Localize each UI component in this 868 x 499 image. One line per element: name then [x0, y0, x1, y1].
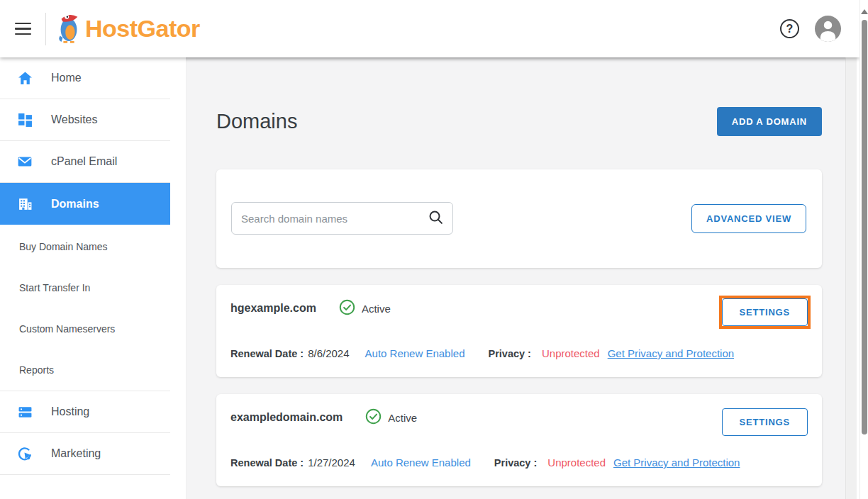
- status-badge: Active: [388, 412, 417, 424]
- sidebar-item-label: Home: [51, 72, 82, 84]
- sidebar-item-home[interactable]: Home: [0, 57, 170, 99]
- gator-mascot-icon: [55, 11, 82, 47]
- sidebar-item-start-transfer-in[interactable]: Start Transfer In: [0, 267, 170, 308]
- settings-button[interactable]: SETTINGS: [722, 298, 808, 326]
- search-box[interactable]: [231, 202, 453, 235]
- sidebar-subgroup-domains: Buy Domain Names Start Transfer In Custo…: [0, 225, 170, 391]
- scrollbar-up-arrow-icon[interactable]: [861, 9, 868, 14]
- privacy-label: Privacy :: [494, 457, 537, 469]
- status-badge: Active: [362, 303, 391, 315]
- get-privacy-link[interactable]: Get Privacy and Protection: [613, 456, 740, 469]
- avatar[interactable]: [815, 16, 841, 42]
- search-icon[interactable]: [428, 210, 443, 228]
- main-area: Domains ADD A DOMAIN ADVANCED VIEW: [170, 57, 859, 499]
- check-circle-icon: [339, 299, 355, 318]
- search-input[interactable]: [241, 213, 428, 225]
- renewal-date-label: Renewal Date :: [230, 348, 304, 359]
- sidebar-item-label: Websites: [51, 113, 98, 126]
- get-privacy-link[interactable]: Get Privacy and Protection: [608, 347, 734, 359]
- sidebar-subitem-label: Start Transfer In: [19, 282, 90, 293]
- settings-button[interactable]: SETTINGS: [722, 408, 808, 436]
- sidebar-item-label: cPanel Email: [51, 155, 117, 168]
- domain-card: hgexample.com Active SETTINGS: [216, 285, 822, 377]
- scrollbar-thumb[interactable]: [862, 20, 867, 434]
- sidebar: Home Websites cPanel Email: [0, 57, 170, 499]
- hamburger-menu-icon[interactable]: [6, 12, 40, 46]
- sidebar-item-marketing[interactable]: Marketing: [0, 433, 170, 475]
- privacy-label: Privacy :: [488, 348, 530, 359]
- sidebar-subitem-label: Custom Nameservers: [19, 323, 115, 335]
- building-icon: [17, 196, 33, 212]
- search-card: ADVANCED VIEW: [216, 169, 822, 268]
- topbar-divider: [45, 13, 46, 45]
- server-icon: [17, 404, 33, 420]
- sidebar-item-domains[interactable]: Domains: [0, 183, 170, 225]
- sidebar-item-custom-nameservers[interactable]: Custom Nameservers: [0, 308, 170, 349]
- sidebar-item-hosting[interactable]: Hosting: [0, 391, 170, 433]
- renewal-date-value: 1/27/2024: [308, 456, 355, 469]
- auto-renew-link[interactable]: Auto Renew Enabled: [371, 456, 471, 469]
- person-icon: [815, 16, 841, 42]
- content-panel: Domains ADD A DOMAIN ADVANCED VIEW: [186, 57, 857, 499]
- domain-name: exampledomain.com: [230, 411, 343, 424]
- home-icon: [17, 70, 33, 86]
- sidebar-item-reports[interactable]: Reports: [0, 349, 170, 391]
- sidebar-item-cpanel-email[interactable]: cPanel Email: [0, 141, 170, 183]
- sidebar-item-buy-domain-names[interactable]: Buy Domain Names: [0, 226, 170, 267]
- settings-highlight-box: SETTINGS: [719, 296, 811, 329]
- renewal-date-value: 8/6/2024: [308, 347, 349, 359]
- brand-name: HostGator: [85, 15, 200, 43]
- sidebar-subitem-label: Buy Domain Names: [19, 241, 108, 252]
- sidebar-item-websites[interactable]: Websites: [0, 99, 170, 141]
- advanced-view-button[interactable]: ADVANCED VIEW: [691, 204, 806, 233]
- sidebar-item-label: Marketing: [51, 447, 101, 460]
- envelope-icon: [17, 154, 33, 169]
- help-icon[interactable]: ?: [780, 19, 799, 38]
- top-bar: HostGator ?: [0, 0, 859, 57]
- check-circle-icon: [365, 408, 382, 427]
- sidebar-item-label: Hosting: [51, 405, 89, 418]
- domain-card: exampledomain.com Active SETTINGS: [216, 394, 822, 486]
- click-circle-icon: [17, 446, 33, 461]
- window-scrollbar[interactable]: [859, 0, 868, 499]
- privacy-status: Unprotected: [542, 347, 600, 359]
- grid-icon: [17, 112, 33, 128]
- renewal-date-label: Renewal Date :: [230, 457, 304, 469]
- add-a-domain-button[interactable]: ADD A DOMAIN: [717, 107, 822, 136]
- sidebar-item-label: Domains: [51, 198, 99, 211]
- page-title: Domains: [216, 110, 297, 133]
- privacy-status: Unprotected: [547, 456, 606, 469]
- domain-name: hgexample.com: [230, 302, 316, 315]
- hostgator-logo[interactable]: HostGator: [55, 11, 200, 47]
- auto-renew-link[interactable]: Auto Renew Enabled: [365, 347, 465, 359]
- sidebar-subitem-label: Reports: [19, 364, 54, 376]
